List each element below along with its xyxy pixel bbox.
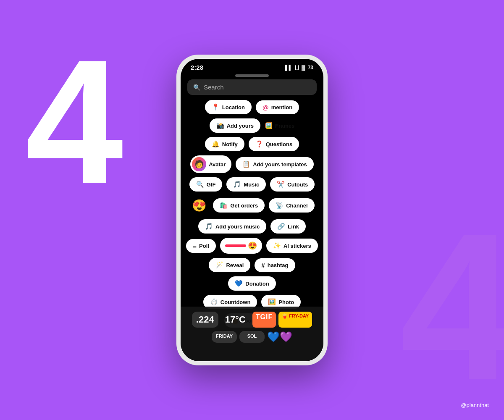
reveal-sticker[interactable]: 🪄 Reveal (209, 258, 250, 272)
avatar-label: Avatar (209, 161, 226, 168)
score-sticker[interactable]: .224 (192, 312, 218, 328)
gif-label: GIF (207, 181, 216, 188)
sol-label: SOL (247, 333, 257, 339)
music-sticker[interactable]: 🎵 Music (226, 177, 266, 192)
status-time: 2:28 (191, 64, 203, 71)
fryday-label: FRY-DAY (289, 313, 309, 318)
link-icon: 🔗 (277, 223, 285, 230)
hashtag-sticker[interactable]: # hashtag (255, 258, 295, 272)
photo-label: Photo (278, 299, 294, 305)
emoji-reaction-sticker[interactable]: 😍 (189, 196, 209, 215)
poll-icon: ≡ (193, 242, 197, 249)
add-yours-music-label: Add yours music (215, 223, 260, 230)
phone-outer: 2:28 ▌▌ ⌊⌋ ▓ 73 🔍 Search (176, 55, 328, 365)
friday-label: FRIDAY (216, 333, 233, 339)
sticker-row-8: ≡ Poll 😍 ✨ AI stickers (186, 238, 318, 254)
link-sticker[interactable]: 🔗 Link (270, 219, 306, 234)
notify-sticker[interactable]: 🔔 Notify (205, 137, 244, 151)
location-label: Location (222, 104, 245, 110)
battery-percent: 73 (308, 65, 313, 71)
add-yours-music-sticker[interactable]: 🎵 Add yours music (198, 219, 266, 234)
sticker-row-5: 🔍 GIF 🎵 Music ✂️ Cutouts (189, 177, 315, 192)
watermark: @plannthat (461, 402, 489, 408)
reveal-icon: 🪄 (215, 261, 223, 269)
location-sticker[interactable]: 📍 Location (205, 100, 252, 114)
ai-stickers-sticker[interactable]: ✨ AI stickers (266, 239, 318, 253)
questions-label: Questions (266, 141, 293, 147)
slider-emoji: 😍 (248, 241, 257, 250)
sol-sticker[interactable]: SOL (239, 331, 265, 343)
get-orders-label: Get orders (230, 202, 258, 209)
tgif-sticker[interactable]: TGIF (252, 312, 276, 328)
ai-stickers-icon: ✨ (273, 242, 281, 249)
phone-mockup: 2:28 ▌▌ ⌊⌋ ▓ 73 🔍 Search (176, 55, 328, 365)
hashtag-label: hashtag (268, 262, 289, 268)
fryday-sticker[interactable]: 🍟 FRY-DAY (278, 312, 312, 328)
questions-icon: ❓ (255, 140, 263, 148)
notify-icon: 🔔 (212, 140, 220, 148)
link-label: Link (288, 223, 299, 230)
search-placeholder: Search (204, 84, 224, 91)
add-yours-music-icon: 🎵 (205, 223, 213, 230)
donation-sticker[interactable]: 💙 Donation (228, 276, 276, 291)
cutouts-sticker[interactable]: ✂️ Cutouts (270, 177, 315, 192)
temp-value: 17°C (225, 314, 246, 325)
gif-icon: 🔍 (196, 181, 204, 188)
temp-sticker[interactable]: 17°C (221, 312, 250, 328)
countdown-label: Countdown (220, 299, 250, 305)
add-yours-label: Add yours (227, 123, 254, 129)
bottom-row-1: .224 17°C TGIF 🍟 FRY-DAY (182, 310, 322, 329)
frames-sticker[interactable]: 🖼️ Frames (265, 122, 294, 129)
location-icon: 📍 (212, 103, 220, 111)
fryday-emoji: 🍟 (282, 313, 288, 318)
get-orders-icon: 🛍️ (220, 202, 228, 209)
slider-sticker[interactable]: 😍 (220, 238, 262, 254)
music-icon: 🎵 (233, 181, 241, 188)
add-yours-templates-sticker[interactable]: 📋 Add yours templates (236, 157, 314, 171)
phone-screen: 2:28 ▌▌ ⌊⌋ ▓ 73 🔍 Search (181, 59, 323, 361)
reveal-label: Reveal (226, 262, 244, 268)
sticker-row-6: 😍 🛍️ Get orders 📡 Channel (189, 196, 314, 215)
channel-label: Channel (286, 202, 307, 209)
score-value: .224 (196, 314, 214, 325)
battery-icon: ▓ (302, 65, 305, 71)
get-orders-sticker[interactable]: 🛍️ Get orders (213, 198, 265, 213)
sticker-row-4: 🧑 Avatar 📋 Add yours templates (190, 155, 314, 173)
photo-icon: 🖼️ (268, 298, 276, 306)
bg-number-left: 4 (25, 34, 123, 210)
gif-sticker[interactable]: 🔍 GIF (189, 177, 223, 192)
bg-number-right: 4 (400, 202, 504, 412)
add-yours-sticker[interactable]: 📸 Add yours (210, 118, 260, 133)
channel-icon: 📡 (276, 202, 284, 209)
mention-icon: @ (262, 104, 269, 111)
bottom-strip: .224 17°C TGIF 🍟 FRY-DAY FRIDAY (181, 307, 323, 361)
sticker-row-1: 📍 Location @ mention (205, 100, 299, 114)
notch-pill (235, 74, 269, 77)
poll-label: Poll (199, 243, 209, 249)
add-yours-templates-label: Add yours templates (253, 161, 307, 168)
tgif-label: TGIF (256, 313, 273, 320)
donation-icon: 💙 (235, 280, 243, 287)
bottom-row-2: FRIDAY SOL 💙💜 (182, 329, 322, 344)
mention-sticker[interactable]: @ mention (256, 100, 299, 114)
frames-label: Frames (275, 123, 294, 129)
signal-icon: ▌▌ (285, 65, 292, 71)
slider-track (225, 244, 246, 247)
hashtag-icon: # (261, 262, 265, 269)
donation-label: Donation (245, 281, 269, 287)
search-bar[interactable]: 🔍 Search (187, 79, 317, 95)
add-yours-icon: 📸 (216, 122, 224, 129)
music-label: Music (244, 181, 259, 188)
avatar-sticker[interactable]: 🧑 Avatar (190, 155, 231, 173)
hearts-sticker[interactable]: 💙💜 (267, 331, 292, 343)
sticker-row-3: 🔔 Notify ❓ Questions (205, 137, 299, 151)
friday-sticker[interactable]: FRIDAY (212, 331, 237, 343)
frames-icon: 🖼️ (265, 122, 273, 129)
mention-label: mention (271, 104, 293, 110)
sticker-row-7: 🎵 Add yours music 🔗 Link (198, 219, 306, 234)
status-bar: 2:28 ▌▌ ⌊⌋ ▓ 73 (181, 59, 323, 74)
channel-sticker[interactable]: 📡 Channel (269, 198, 314, 213)
poll-sticker[interactable]: ≡ Poll (186, 239, 216, 253)
notify-label: Notify (222, 141, 238, 147)
questions-sticker[interactable]: ❓ Questions (249, 137, 299, 151)
